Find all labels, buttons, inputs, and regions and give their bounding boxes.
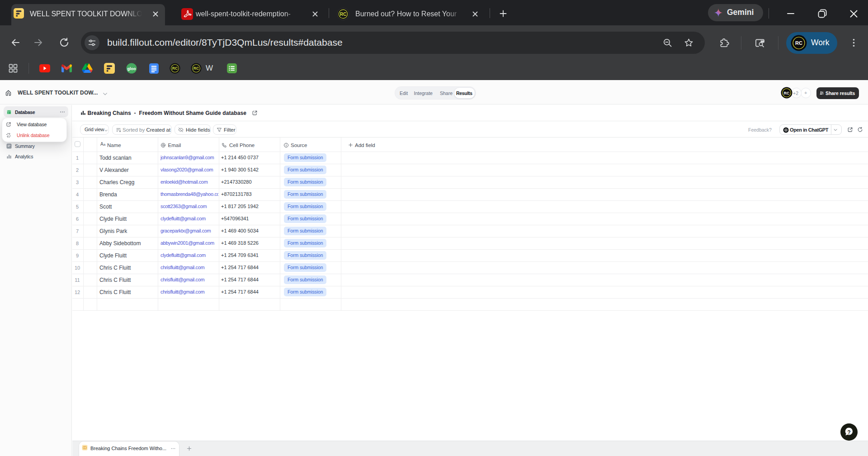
svg-text:?: ? xyxy=(847,429,850,436)
svg-text:RC: RC xyxy=(193,66,199,71)
svg-text:RC: RC xyxy=(795,40,802,46)
svg-text:RC: RC xyxy=(340,12,346,17)
svg-text:RC: RC xyxy=(172,66,178,71)
svg-text:gloo: gloo xyxy=(127,66,136,71)
svg-text:RC: RC xyxy=(784,91,789,95)
